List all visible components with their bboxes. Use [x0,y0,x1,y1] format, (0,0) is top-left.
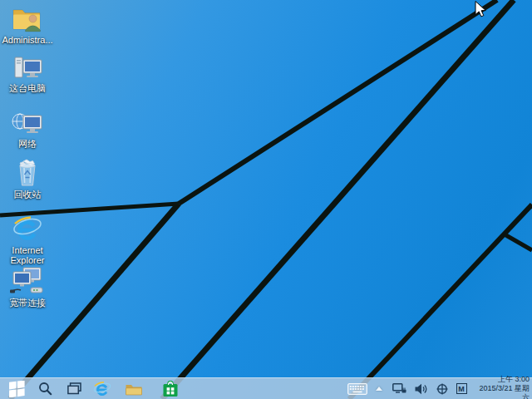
ime-badge: M [456,383,467,394]
date-label: 2015/3/21 星期六 [473,384,530,399]
desktop-icon-label: 宽带连接 [1,298,54,308]
chevron-up-icon [376,387,382,391]
store-button[interactable] [158,378,183,399]
crosshair-circle-icon [436,383,448,395]
desktop-icon-this-pc[interactable]: 这台电脑 [1,53,54,93]
desktop-icon-network[interactable]: 网络 [1,109,54,149]
start-button[interactable] [4,378,29,399]
desktop-icon-label: Administra... [1,35,54,45]
wallpaper-lines [0,0,532,399]
task-view-button[interactable] [62,378,86,399]
show-hidden-icons-button[interactable] [370,378,388,399]
search-icon [38,382,52,396]
taskbar: M 上午 3:00 2015/3/21 星期六 [0,377,532,399]
touch-keyboard-button[interactable] [345,378,370,399]
desktop-icon-label: 这台电脑 [1,83,54,93]
time-label: 上午 3:00 [473,375,530,384]
computer-icon [1,53,54,81]
store-icon [162,381,179,397]
mouse-cursor [475,1,487,18]
task-view-icon [67,382,81,395]
desktop-icon-label: 回收站 [1,190,54,200]
desktop-icon-label-line2: Explorer [1,255,54,265]
desktop-icon-recycle-bin[interactable]: 回收站 [1,160,54,200]
hardware-tray-button[interactable] [431,378,453,399]
user-folder-icon [1,5,54,33]
internet-explorer-icon [93,380,111,397]
volume-icon [415,383,427,395]
search-button[interactable] [32,378,57,399]
windows-logo-icon [9,381,25,397]
network-globe-icon [1,109,54,137]
desktop-icon-broadband[interactable]: 宽带连接 [1,268,54,308]
desktop[interactable]: Administra... 这台电脑 [0,0,532,399]
internet-explorer-icon [1,215,54,244]
volume-button[interactable] [410,378,431,399]
desktop-icon-label: Internet [1,245,54,255]
taskbar-clock[interactable]: 上午 3:00 2015/3/21 星期六 [473,375,532,399]
file-explorer-button[interactable] [121,378,146,399]
network-tray-button[interactable] [388,378,410,399]
desktop-icon-administrator[interactable]: Administra... [1,5,54,45]
touch-keyboard-icon [347,383,367,395]
desktop-icon-internet-explorer[interactable]: Internet Explorer [1,215,54,265]
network-icon [392,383,406,395]
ie-taskbar-button[interactable] [90,378,115,399]
broadband-connection-icon [1,268,54,296]
system-tray: M 上午 3:00 2015/3/21 星期六 [345,378,532,399]
ime-indicator-button[interactable]: M [453,378,470,399]
recycle-bin-icon [1,160,54,188]
desktop-icon-label: 网络 [1,139,54,149]
folder-icon [126,382,142,396]
